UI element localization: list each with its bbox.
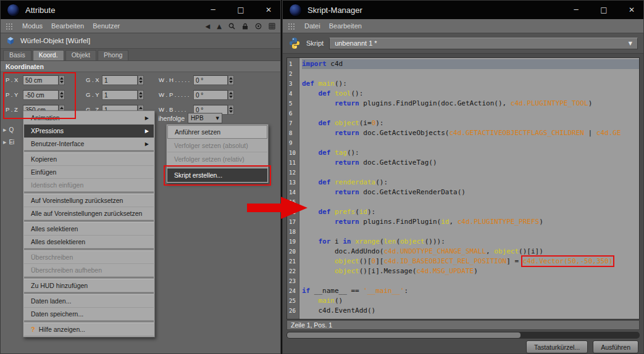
px-field[interactable]: 50 cm	[23, 75, 59, 85]
collapsed-section-q[interactable]: ▶ Q	[3, 126, 14, 133]
tab-koord[interactable]: Koord.	[33, 50, 64, 60]
context-menu-item[interactable]: Alle auf Voreinstellungen zurücksetzen	[24, 207, 154, 220]
wh-stepper[interactable]	[228, 75, 234, 85]
context-menu-item[interactable]: Auf Voreinstellung zurücksetzen	[24, 194, 154, 207]
menu-modus[interactable]: Modus	[22, 22, 43, 30]
context-menu-item[interactable]: Zu HUD hinzufügen	[24, 279, 154, 292]
code-line[interactable]: def tool():	[302, 89, 639, 99]
script-selector-dropdown[interactable]: unbenannt 1 * ▼	[329, 38, 638, 49]
code-token	[302, 89, 319, 97]
search-icon[interactable]	[228, 23, 235, 30]
submenu-item[interactable]: Anführer setzen	[167, 125, 267, 139]
history-back-icon[interactable]: ◀	[206, 23, 211, 30]
code-line[interactable]: object()[0][c4d.ID_BASEOBJECT_REL_POSITI…	[302, 257, 639, 266]
context-menu-item[interactable]: Benutzer-Interface▶	[24, 138, 154, 150]
menu-datei[interactable]: Datei	[304, 22, 320, 30]
code-line[interactable]: def renderdata():	[302, 178, 639, 187]
tab-phong[interactable]: Phong	[98, 50, 128, 60]
context-menu-item[interactable]: Daten laden...	[24, 295, 154, 308]
gx-stepper[interactable]	[138, 75, 144, 85]
code-line[interactable]: return doc.GetActiveObjects(c4d.GETACTIV…	[302, 128, 639, 138]
code-token: in	[343, 237, 351, 245]
maximize-button[interactable]: □	[598, 6, 609, 14]
hpb-dropdown[interactable]: HPB ▼	[188, 113, 222, 123]
code-line[interactable]	[302, 168, 639, 178]
code-token	[302, 119, 319, 127]
line-number: 16	[287, 207, 299, 217]
gy-stepper[interactable]	[138, 90, 144, 100]
menu-benutzer[interactable]: Benutzer	[93, 22, 120, 30]
panel-grip-icon[interactable]	[288, 22, 296, 30]
minimize-button[interactable]: ─	[571, 6, 582, 14]
code-token: c4d.PLUGINTYPE_PREFS	[458, 218, 539, 226]
gx-field[interactable]: 1	[102, 75, 138, 85]
code-area[interactable]: import c4ddef main(): def tool(): return…	[299, 58, 639, 319]
code-line[interactable]: return doc.GetActiveTag()	[302, 158, 639, 168]
submenu-item[interactable]: Skript erstellen...	[167, 168, 267, 182]
collapsed-section-ei[interactable]: ▶ Ei	[3, 139, 14, 146]
code-line[interactable]	[302, 276, 639, 286]
py-field[interactable]: -50 cm	[23, 90, 59, 100]
minimize-button[interactable]: ─	[207, 6, 219, 14]
code-line[interactable]: return doc.GetActiveRenderData()	[302, 187, 639, 197]
code-line[interactable]: if __name__ == '__main__':	[302, 286, 639, 296]
code-line[interactable]	[302, 197, 639, 207]
script-titlebar[interactable]: Skript-Manager ─ □ ✕	[283, 1, 643, 19]
panel-grip-icon[interactable]	[6, 22, 14, 30]
keyboard-shortcuts-button[interactable]: Tastaturkürzel...	[526, 340, 588, 353]
context-menu-item[interactable]: Kopieren	[24, 153, 154, 166]
code-line[interactable]: def tag():	[302, 148, 639, 158]
close-button[interactable]: ✕	[263, 6, 274, 14]
tab-basis[interactable]: Basis	[3, 50, 31, 60]
code-line[interactable]	[302, 227, 639, 237]
gy-field[interactable]: 1	[102, 90, 138, 100]
line-number: 25	[287, 296, 299, 306]
code-line[interactable]: def object(i=0):	[302, 118, 639, 128]
menu-item-label: Zu HUD hinzufügen	[31, 282, 88, 289]
context-menu-item[interactable]: Animation▶	[24, 112, 154, 125]
code-line[interactable]	[302, 109, 639, 118]
context-menu-item[interactable]: Alles selektieren	[24, 223, 154, 236]
py-stepper[interactable]	[59, 90, 65, 100]
code-line[interactable]	[302, 138, 639, 148]
code-line[interactable]: import c4d	[302, 59, 639, 69]
close-button[interactable]: ✕	[626, 6, 637, 14]
code-line[interactable]: c4d.EventAdd()	[302, 306, 639, 316]
context-menu-item[interactable]: Alles deselektieren	[24, 236, 154, 249]
code-line[interactable]: doc.AddUndo(c4d.UNDOTYPE_CHANGE_SMALL, o…	[302, 247, 639, 257]
code-line[interactable]: return plugins.FindPlugin(id, c4d.PLUGIN…	[302, 217, 639, 227]
annotated-vector-token: c4d.Vector(50,-50,350)	[523, 257, 613, 265]
menu-bearbeiten[interactable]: Bearbeiten	[329, 22, 362, 30]
context-menu-item[interactable]: Einfügen	[24, 166, 154, 179]
execute-button[interactable]: Ausführen	[593, 340, 638, 353]
code-line[interactable]: for i in xrange(len(object())):	[302, 237, 639, 247]
wp-stepper[interactable]	[228, 90, 234, 100]
context-menu-item[interactable]: Daten speichern...	[24, 308, 154, 321]
wh-field[interactable]: 0 °	[193, 75, 228, 85]
wb-stepper[interactable]	[228, 105, 234, 115]
target-icon[interactable]	[255, 23, 262, 30]
code-editor[interactable]: 1234567891011121314151617181920212223242…	[286, 57, 640, 319]
arrow-up-icon[interactable]: ▲	[217, 23, 222, 30]
code-line[interactable]: object()[i].Message(c4d.MSG_UPDATE)	[302, 266, 639, 276]
horizontal-scrollbar[interactable]	[286, 332, 640, 339]
code-line[interactable]: main()	[302, 296, 639, 306]
code-line[interactable]: def prefs(id):	[302, 207, 639, 217]
context-menu-item[interactable]: ?Hilfe anzeigen...	[24, 323, 154, 336]
menu-bearbeiten[interactable]: Bearbeiten	[51, 22, 84, 30]
maximize-button[interactable]: □	[235, 6, 246, 14]
px-stepper[interactable]	[59, 75, 65, 85]
code-line[interactable]: def main():	[302, 79, 639, 89]
line-number: 24	[287, 286, 299, 296]
wp-field[interactable]: 0 °	[193, 90, 228, 100]
code-token: ,	[486, 247, 494, 255]
code-line[interactable]	[302, 69, 639, 79]
attribute-titlebar[interactable]: Attribute ─ □ ✕	[1, 1, 280, 19]
scrollbar-thumb[interactable]	[287, 332, 521, 338]
code-token: c4d.ID_BASEOBJECT_REL_POSITION	[383, 257, 506, 265]
tab-objekt[interactable]: Objekt	[65, 50, 96, 60]
context-menu-item[interactable]: XPressions▶	[24, 125, 154, 138]
lock-icon[interactable]	[242, 23, 248, 30]
grid-icon[interactable]	[269, 23, 275, 30]
code-line[interactable]: return plugins.FindPlugin(doc.GetAction(…	[302, 99, 639, 109]
